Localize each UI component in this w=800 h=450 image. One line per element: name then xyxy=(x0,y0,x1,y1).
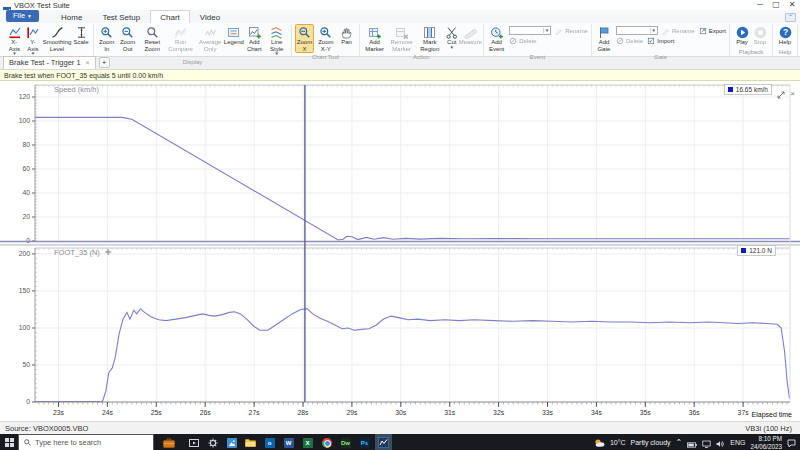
ribbon-button-average-only: Average Only xyxy=(196,24,225,53)
tab-home[interactable]: Home xyxy=(51,10,92,23)
chrome-icon[interactable] xyxy=(318,434,335,450)
force-series-swatch xyxy=(741,248,746,253)
gate-select[interactable]: ▼ xyxy=(616,26,658,35)
ribbon-button-legend[interactable]: Legend xyxy=(225,24,243,47)
run-compare-icon xyxy=(174,26,187,39)
ribbon-button-add-event[interactable]: Add Event xyxy=(487,24,506,53)
brake-test-chart[interactable]: 02040608010012005010015020023s24s25s26s2… xyxy=(0,81,800,421)
action-center-icon[interactable] xyxy=(787,434,796,450)
taskbar-clock[interactable]: 8:10 PM 24/06/2023 xyxy=(750,435,782,450)
cortana-briefcase-icon[interactable] xyxy=(160,434,177,450)
ribbon-button-event-delete: Delete xyxy=(509,37,536,45)
ribbon-button-play[interactable]: Play xyxy=(733,24,751,47)
vbox-test-suite-taskbar-icon[interactable] xyxy=(375,434,392,450)
volume-icon[interactable] xyxy=(716,434,725,450)
excel-icon[interactable]: X xyxy=(299,434,316,450)
speed-series-swatch xyxy=(728,87,733,92)
outlook-icon[interactable]: o xyxy=(261,434,278,450)
ribbon-button-zoom-in[interactable]: Zoom In xyxy=(97,24,116,53)
ribbon-group-title: Action xyxy=(363,53,480,61)
ribbon-button-reset-zoom[interactable]: Reset Zoom xyxy=(139,24,166,53)
svg-text:24s: 24s xyxy=(102,409,114,416)
weather-icon[interactable] xyxy=(594,434,605,450)
dropdown-caret-icon: ▼ xyxy=(450,46,454,51)
document-tab-brake-test[interactable]: Brake Test - Trigger 1 × xyxy=(3,56,96,69)
ribbon-button-x-axis[interactable]: X-Axis▼ xyxy=(5,24,24,58)
ribbon-button-add-chart[interactable]: Add Chart xyxy=(243,24,266,53)
speed-legend[interactable]: 16.65 km/h xyxy=(724,84,772,95)
photoshop-icon[interactable]: Ps xyxy=(356,434,373,450)
ribbon-button-gate-export[interactable]: Export xyxy=(699,27,726,35)
ribbon-button-add-marker[interactable]: Add Marker xyxy=(363,24,387,53)
mark-region-icon xyxy=(423,26,436,39)
close-button[interactable]: ✕ xyxy=(784,0,800,10)
minimize-button[interactable]: ─ xyxy=(752,0,768,10)
ribbon-button-y-axis[interactable]: Y-Axis▼ xyxy=(24,24,42,58)
photos-app-icon[interactable] xyxy=(223,434,240,450)
ribbon-group-title: Display xyxy=(97,58,288,66)
file-menu-button[interactable]: File▼ xyxy=(6,10,39,22)
zoom-x-icon xyxy=(298,26,311,39)
svg-text:0: 0 xyxy=(26,398,30,405)
svg-text:37s: 37s xyxy=(738,409,750,416)
ribbon-small-label: Import xyxy=(657,38,674,44)
tab-close-icon[interactable]: × xyxy=(86,59,90,66)
move-handle-icon[interactable]: ✛ xyxy=(105,248,112,257)
ribbon-button-zoom-xy[interactable]: Zoom X-Y xyxy=(314,24,337,53)
file-explorer-icon[interactable] xyxy=(242,434,259,450)
weather-temp[interactable]: 10°C xyxy=(610,439,626,446)
ribbon-button-cut[interactable]: Cut▼ xyxy=(443,24,461,51)
ribbon-button-label: Add Gate xyxy=(597,39,611,52)
force-panel-title[interactable]: FOOT_35 (N) ✛ xyxy=(54,248,112,257)
ribbon-button-label: Zoom X-Y xyxy=(316,39,335,52)
word-icon[interactable]: W xyxy=(280,434,297,450)
tab-test-setup[interactable]: Test Setup xyxy=(92,10,150,23)
svg-text:27s: 27s xyxy=(249,409,261,416)
ribbon-button-label: Zoom In xyxy=(99,39,114,52)
svg-text:80: 80 xyxy=(22,141,30,148)
movies-app-icon[interactable] xyxy=(185,434,202,450)
start-button[interactable] xyxy=(0,434,18,450)
add-chart-icon xyxy=(248,26,261,39)
ribbon-button-label: Run Compare xyxy=(168,39,194,52)
event-select[interactable]: ▼ xyxy=(509,26,551,35)
force-cursor-value: 121.0 N xyxy=(749,247,772,254)
svg-text:25s: 25s xyxy=(151,409,163,416)
ribbon-group-title: Help xyxy=(776,48,794,56)
ribbon-collapse-icon[interactable]: ⌃ xyxy=(785,13,796,22)
svg-text:35s: 35s xyxy=(640,409,652,416)
ribbon-button-add-gate[interactable]: Add Gate xyxy=(595,24,613,53)
settings-gear-icon[interactable] xyxy=(204,434,221,450)
ribbon-button-help[interactable]: ?Help xyxy=(776,24,794,47)
show-hidden-icons-chevron[interactable]: ⌃ xyxy=(676,438,683,447)
ribbon-button-smoothing-level[interactable]: Smoothing Level xyxy=(42,24,72,53)
force-legend[interactable]: 121.0 N xyxy=(737,245,776,256)
add-tab-button[interactable]: + xyxy=(99,57,110,68)
x-axis-icon xyxy=(8,26,21,39)
ribbon-button-line-style[interactable]: Line Style▼ xyxy=(266,24,288,58)
dreamweaver-icon[interactable]: Dw xyxy=(337,434,354,450)
ribbon-button-pan[interactable]: Pan xyxy=(338,24,356,47)
ribbon-button-gate-import[interactable]: Import xyxy=(647,37,674,45)
svg-text:100: 100 xyxy=(19,117,31,124)
language-indicator[interactable]: ENG xyxy=(730,439,745,446)
close-chart-icon[interactable]: × xyxy=(790,90,795,98)
tab-video[interactable]: Video xyxy=(190,10,230,23)
ribbon-group-playback: PlayStopPlayback xyxy=(730,24,773,56)
battery-icon[interactable] xyxy=(687,434,697,450)
ribbon-button-scale[interactable]: Scale xyxy=(72,24,90,47)
ribbon-button-zoom-x[interactable]: Zoom X xyxy=(295,24,314,53)
taskbar-search-input[interactable]: Type here to search xyxy=(18,434,154,450)
reset-zoom-icon xyxy=(146,26,159,39)
maximize-button[interactable]: ▢ xyxy=(768,0,784,10)
delete-icon xyxy=(616,37,624,45)
popout-chart-icon[interactable] xyxy=(777,85,785,103)
ribbon-button-mark-region[interactable]: Mark Region xyxy=(417,24,443,53)
ribbon-button-zoom-out[interactable]: Zoom Out xyxy=(116,24,139,53)
svg-text:40: 40 xyxy=(22,189,30,196)
rename-icon xyxy=(662,27,670,35)
network-icon[interactable] xyxy=(702,434,711,450)
chart-area[interactable]: 02040608010012005010015020023s24s25s26s2… xyxy=(0,81,800,421)
weather-desc[interactable]: Partly cloudy xyxy=(631,439,671,446)
tab-chart[interactable]: Chart xyxy=(150,10,190,23)
